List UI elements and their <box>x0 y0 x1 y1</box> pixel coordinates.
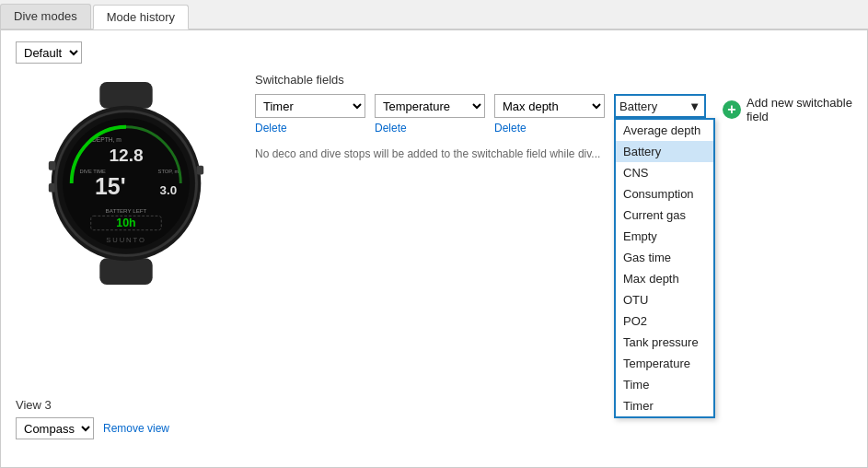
svg-rect-0 <box>99 82 152 109</box>
watch-image: DEPTH, m 12.8 DIVE TIME STOP, m 15' 3.0 … <box>34 82 218 285</box>
dropdown-item-empty[interactable]: Empty <box>616 226 713 247</box>
svg-text:12.8: 12.8 <box>109 146 144 165</box>
main-area: DEPTH, m 12.8 DIVE TIME STOP, m 15' 3.0 … <box>16 73 852 285</box>
dropdown-item-otu[interactable]: OTU <box>616 289 713 310</box>
dropdown-item-battery[interactable]: Battery <box>616 141 713 162</box>
default-select-row: Default <box>16 41 852 64</box>
battery-select-btn[interactable]: Battery ▼ <box>614 94 706 118</box>
svg-text:STOP, m: STOP, m <box>158 169 179 174</box>
dropdown-item-timer[interactable]: Timer <box>616 395 713 416</box>
delete-link-2[interactable]: Delete <box>375 122 407 135</box>
watch-area: DEPTH, m 12.8 DIVE TIME STOP, m 15' 3.0 … <box>16 82 237 285</box>
svg-rect-4 <box>49 161 56 170</box>
delete-link-3[interactable]: Delete <box>494 122 527 135</box>
dropdown-item-consumption[interactable]: Consumption <box>616 183 713 205</box>
dropdown-item-current-gas[interactable]: Current gas <box>616 205 713 226</box>
field-group-2: Timer Temperature Max depth Battery Dele… <box>375 94 485 135</box>
notice-text: No deco and dive stops will be added to … <box>255 147 605 160</box>
dropdown-item-max-depth[interactable]: Max depth <box>616 268 713 289</box>
add-icon: + <box>723 100 741 119</box>
dropdown-item-temperature[interactable]: Temperature <box>616 353 713 374</box>
dropdown-item-cns[interactable]: CNS <box>616 162 713 183</box>
field-select-1[interactable]: Timer Temperature Max depth Battery <box>255 94 365 118</box>
dropdown-item-average-depth[interactable]: Average depth <box>616 120 713 141</box>
fields-row: Timer Temperature Max depth Battery Dele… <box>255 94 852 135</box>
svg-text:SUUNTO: SUUNTO <box>106 236 146 244</box>
add-switchable-field-btn[interactable]: + Add new switchable field <box>723 96 852 123</box>
battery-selected-value: Battery <box>619 99 657 113</box>
add-field-label: Add new switchable field <box>746 96 852 123</box>
tab-dive-modes[interactable]: Dive modes <box>0 4 91 29</box>
tab-mode-history[interactable]: Mode history <box>93 5 189 29</box>
field-group-3: Timer Temperature Max depth Battery Dele… <box>494 94 605 135</box>
svg-text:BATTERY LEFT: BATTERY LEFT <box>106 207 147 214</box>
field-select-3[interactable]: Timer Temperature Max depth Battery <box>494 94 605 118</box>
default-select[interactable]: Default <box>16 41 82 64</box>
view3-select[interactable]: Compass <box>16 417 94 439</box>
view3-row: Compass Remove view <box>16 417 169 439</box>
svg-text:3.0: 3.0 <box>160 183 178 197</box>
battery-dropdown-list: Average depth Battery CNS Consumption Cu… <box>614 118 715 418</box>
svg-text:15': 15' <box>95 173 126 199</box>
dropdown-item-po2[interactable]: PO2 <box>616 310 713 332</box>
view3-label: View 3 <box>16 398 169 412</box>
dropdown-item-gas-time[interactable]: Gas time <box>616 247 713 268</box>
switchable-fields-label: Switchable fields <box>255 73 852 87</box>
tab-bar: Dive modes Mode history <box>0 0 868 29</box>
field-group-battery: Battery ▼ Average depth Battery CNS Cons… <box>614 94 706 135</box>
field-select-2[interactable]: Timer Temperature Max depth Battery <box>375 94 485 118</box>
svg-text:10h: 10h <box>116 216 135 229</box>
svg-rect-6 <box>197 166 204 175</box>
battery-dropdown-arrow: ▼ <box>689 99 700 113</box>
svg-rect-1 <box>99 258 152 285</box>
right-panel: Switchable fields Timer Temperature Max … <box>237 73 852 160</box>
remove-view-link[interactable]: Remove view <box>103 422 169 435</box>
field-group-1: Timer Temperature Max depth Battery Dele… <box>255 94 365 135</box>
delete-link-1[interactable]: Delete <box>255 122 287 135</box>
dropdown-item-tank-pressure[interactable]: Tank pressure <box>616 332 713 353</box>
dropdown-item-time[interactable]: Time <box>616 374 713 395</box>
main-content: Default <box>0 29 868 468</box>
view3-section: View 3 Compass Remove view <box>16 398 169 439</box>
